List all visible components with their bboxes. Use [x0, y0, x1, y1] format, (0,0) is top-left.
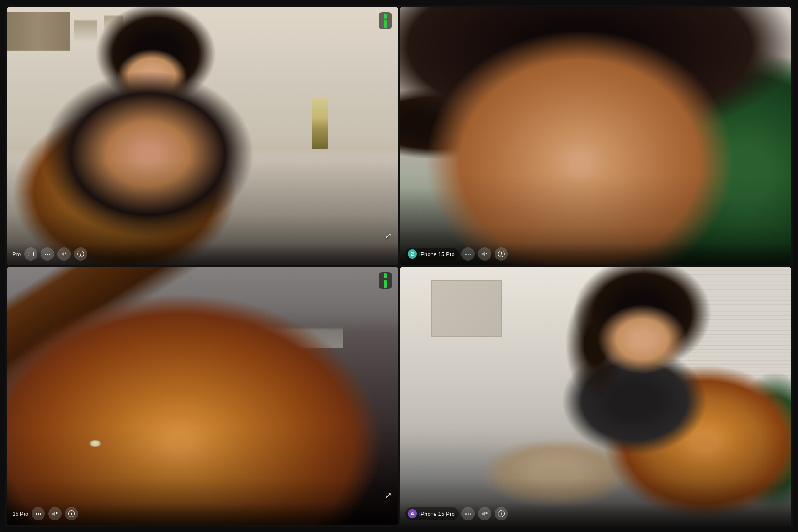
- mute-button-3[interactable]: [48, 507, 62, 520]
- video-cell-2: 2 iPhone 15 Pro i: [400, 7, 791, 265]
- badge-number-2: 2: [408, 249, 417, 259]
- video-cell-3: ⤢ 15 Pro i: [7, 267, 398, 525]
- cell-4-overlay: [400, 267, 791, 525]
- options-button-3[interactable]: [32, 507, 45, 520]
- device-badge-2: 2 iPhone 15 Pro: [405, 248, 459, 260]
- mute-icon-1: [61, 251, 67, 257]
- dots-icon-4: [466, 513, 471, 515]
- resize-handle-1[interactable]: ⤢: [385, 231, 392, 241]
- options-button-2[interactable]: [461, 247, 475, 261]
- cell-2-controls: 2 iPhone 15 Pro i: [400, 243, 791, 265]
- badge-number-4: 4: [408, 509, 417, 518]
- monitor-icon-1: [28, 252, 34, 256]
- cell-4-controls: 4 iPhone 15 Pro i: [400, 503, 791, 525]
- cell-1-person: [7, 7, 398, 265]
- cell-3-controls: 15 Pro i: [7, 503, 398, 525]
- rec-bar-1a: [384, 14, 387, 19]
- dots-icon-3: [36, 513, 41, 515]
- info-icon-4: i: [498, 510, 505, 517]
- info-button-2[interactable]: i: [495, 247, 508, 261]
- info-button-4[interactable]: i: [495, 507, 508, 520]
- video-cell-4: 4 iPhone 15 Pro i: [400, 267, 791, 525]
- mute-button-2[interactable]: [478, 247, 491, 261]
- mute-icon-2: [482, 251, 488, 257]
- cell-1-partial-label: Pro: [12, 251, 21, 257]
- video-cell-1: ⤢ Pro: [7, 7, 398, 265]
- rec-indicator-1: [379, 12, 392, 29]
- video-grid: ⤢ Pro: [7, 7, 791, 525]
- dots-icon-1: [45, 254, 50, 255]
- dots-icon-2: [466, 254, 471, 255]
- rec-bar-1b: [384, 20, 387, 28]
- mute-button-4[interactable]: [478, 507, 491, 520]
- mute-icon-3: [52, 511, 58, 517]
- rec-bar-3a: [384, 273, 387, 278]
- rec-indicator-3: [379, 272, 392, 289]
- options-button-4[interactable]: [461, 507, 475, 520]
- info-button-3[interactable]: i: [65, 507, 78, 520]
- info-icon-2: i: [498, 251, 505, 257]
- cell-1-lamp: [312, 98, 328, 149]
- mute-button-1[interactable]: [57, 247, 71, 261]
- info-icon-1: i: [77, 251, 84, 257]
- cell-3-overlay: [7, 267, 398, 525]
- cell-3-partial-label: 15 Pro: [12, 511, 28, 517]
- rec-bar-3b: [384, 280, 387, 288]
- device-label-4: iPhone 15 Pro: [419, 511, 455, 517]
- app-frame: ⤢ Pro: [0, 0, 798, 532]
- info-icon-3: i: [68, 510, 75, 517]
- monitor-button-1[interactable]: [24, 247, 37, 261]
- resize-handle-3[interactable]: ⤢: [385, 490, 392, 500]
- device-badge-4: 4 iPhone 15 Pro: [405, 507, 459, 520]
- mute-icon-4: [482, 511, 488, 517]
- options-button-1[interactable]: [41, 247, 54, 261]
- cell-1-controls: Pro i: [7, 243, 398, 265]
- device-label-2: iPhone 15 Pro: [419, 251, 455, 257]
- info-button-1[interactable]: i: [74, 247, 87, 261]
- cell-2-overlay: [400, 7, 791, 265]
